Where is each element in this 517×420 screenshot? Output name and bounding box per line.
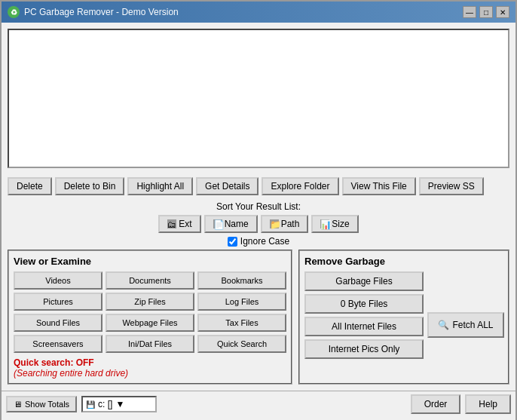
help-button[interactable]: Help	[465, 394, 511, 414]
tax-files-button[interactable]: Tax Files	[197, 314, 286, 332]
drive-icon: 💾	[86, 400, 95, 409]
sort-name-icon: 📄	[213, 219, 222, 228]
maximize-button[interactable]: □	[479, 6, 493, 18]
quick-search-button[interactable]: Quick Search	[197, 335, 286, 353]
pictures-button[interactable]: Pictures	[14, 293, 102, 311]
drive-label: c: []	[98, 399, 112, 409]
main-window: ♻ PC Garbage Remover - Demo Version — □ …	[0, 0, 517, 420]
sort-size-button[interactable]: 📊 Size	[311, 215, 358, 233]
right-panel-inner: Garbage Files 0 Byte Files All Internet …	[304, 271, 503, 379]
sort-path-button[interactable]: 📁 Path	[261, 215, 309, 233]
ini-dat-files-button[interactable]: Ini/Dat Files	[106, 335, 194, 353]
drive-selector[interactable]: 💾 c: [] ▼	[81, 396, 157, 412]
bottom-panels: View or Examine Videos Documents Bookmar…	[2, 250, 515, 391]
fetch-icon: 🔍	[438, 320, 449, 330]
highlight-all-button[interactable]: Highlight All	[127, 177, 193, 195]
bottom-bar: 🖥 Show Totals 💾 c: [] ▼ Order Help	[2, 391, 515, 417]
fetch-all-container: 🔍 Fetch ALL	[428, 271, 503, 379]
right-panel: Remove Garbage Garbage Files 0 Byte File…	[298, 250, 509, 385]
sort-buttons: 🗂 Ext 📄 Name 📁 Path 📊 Size	[158, 215, 358, 233]
order-button[interactable]: Order	[411, 394, 461, 414]
delete-button[interactable]: Delete	[8, 177, 52, 195]
minimize-button[interactable]: —	[463, 6, 476, 18]
sort-size-icon: 📊	[320, 219, 329, 228]
sort-path-icon: 📁	[270, 219, 279, 228]
window-title: PC Garbage Remover - Demo Version	[24, 7, 179, 17]
file-list-area	[8, 29, 509, 168]
totals-icon: 🖥	[14, 400, 22, 409]
bookmarks-button[interactable]: Bookmarks	[197, 271, 286, 290]
ignore-case-row: Ignore Case	[228, 236, 289, 247]
delete-to-bin-button[interactable]: Delete to Bin	[55, 177, 125, 195]
ignore-case-label: Ignore Case	[240, 236, 289, 247]
drive-dropdown-icon[interactable]: ▼	[115, 399, 124, 409]
view-this-button[interactable]: View This File	[342, 177, 416, 195]
right-panel-title: Remove Garbage	[304, 256, 503, 267]
sort-section: Sort Your Result List: 🗂 Ext 📄 Name 📁 Pa…	[2, 198, 515, 250]
sort-ext-button[interactable]: 🗂 Ext	[158, 215, 200, 233]
searching-status: (Searching entire hard drive)	[14, 368, 286, 379]
explore-folder-button[interactable]: Explore Folder	[262, 177, 338, 195]
show-totals-button[interactable]: 🖥 Show Totals	[6, 396, 77, 412]
zip-files-button[interactable]: Zip Files	[106, 293, 194, 311]
quick-search-status: Quick search: OFF	[14, 357, 286, 368]
sort-name-button[interactable]: 📄 Name	[204, 215, 258, 233]
view-buttons-grid: Videos Documents Bookmarks Pictures Zip …	[14, 271, 286, 353]
get-details-button[interactable]: Get Details	[196, 177, 258, 195]
title-bar: ♻ PC Garbage Remover - Demo Version — □ …	[2, 2, 515, 23]
left-panel-title: View or Examine	[14, 256, 286, 267]
sort-ext-icon: 🗂	[167, 219, 176, 228]
main-content: Delete Delete to Bin Highlight All Get D…	[2, 23, 515, 420]
garbage-buttons-list: Garbage Files 0 Byte Files All Internet …	[304, 271, 424, 379]
left-panel: View or Examine Videos Documents Bookmar…	[8, 250, 292, 385]
toolbar: Delete Delete to Bin Highlight All Get D…	[2, 174, 515, 198]
app-icon: ♻	[8, 6, 20, 18]
zero-byte-files-button[interactable]: 0 Byte Files	[304, 294, 424, 314]
preview-ss-button[interactable]: Preview SS	[419, 177, 484, 195]
sort-label: Sort Your Result List:	[216, 201, 301, 212]
log-files-button[interactable]: Log Files	[197, 293, 286, 311]
close-button[interactable]: ✕	[496, 6, 509, 18]
footer-buttons: Downloads About Exit	[2, 417, 515, 420]
ignore-case-checkbox[interactable]	[228, 237, 237, 247]
screensavers-button[interactable]: Screensavers	[14, 335, 102, 353]
webpage-files-button[interactable]: Webpage Files	[106, 314, 194, 332]
all-internet-files-button[interactable]: All Internet Files	[304, 317, 424, 336]
garbage-files-button[interactable]: Garbage Files	[304, 271, 424, 291]
videos-button[interactable]: Videos	[14, 271, 102, 290]
sound-files-button[interactable]: Sound Files	[14, 314, 102, 332]
title-bar-buttons: — □ ✕	[463, 6, 509, 18]
title-bar-left: ♻ PC Garbage Remover - Demo Version	[8, 6, 179, 18]
internet-pics-only-button[interactable]: Internet Pics Only	[304, 339, 424, 359]
fetch-all-button[interactable]: 🔍 Fetch ALL	[427, 312, 503, 338]
documents-button[interactable]: Documents	[106, 271, 194, 290]
